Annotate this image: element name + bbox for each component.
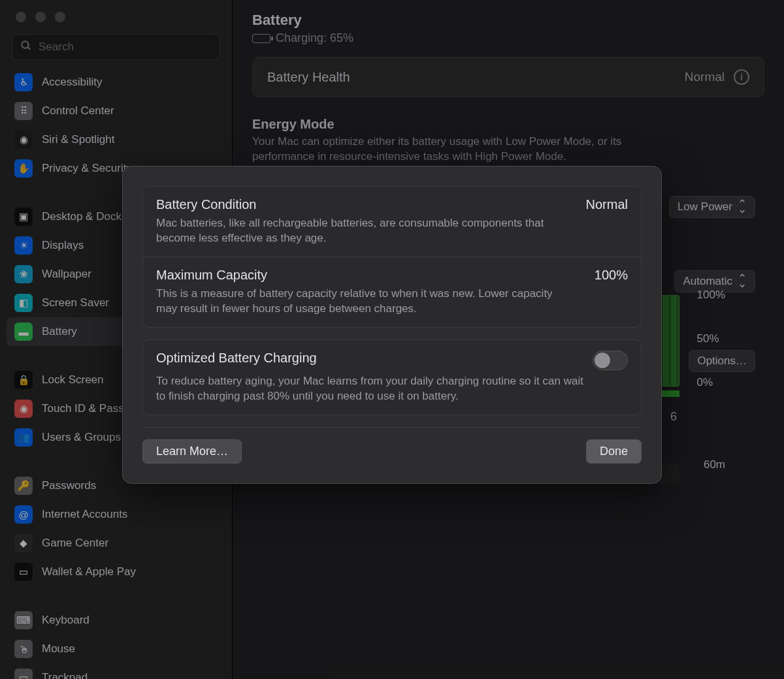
battery-condition-row: Battery Condition Normal Mac batteries, … xyxy=(143,187,641,257)
battery-condition-value: Normal xyxy=(586,197,628,212)
maximum-capacity-row: Maximum Capacity 100% This is a measure … xyxy=(143,257,641,327)
toggle-knob xyxy=(595,353,610,368)
battery-health-sheet: Battery Condition Normal Mac batteries, … xyxy=(122,166,662,484)
optimized-charging-desc: To reduce battery aging, your Mac learns… xyxy=(156,374,587,404)
battery-condition-title: Battery Condition xyxy=(156,197,256,212)
learn-more-button[interactable]: Learn More… xyxy=(142,439,242,464)
optimized-charging-toggle[interactable] xyxy=(593,351,628,370)
optimized-charging-title: Optimized Battery Charging xyxy=(156,351,317,366)
optimized-charging-row: Optimized Battery Charging To reduce bat… xyxy=(143,340,641,415)
modal-overlay: Battery Condition Normal Mac batteries, … xyxy=(0,0,784,679)
maximum-capacity-title: Maximum Capacity xyxy=(156,268,267,283)
battery-condition-desc: Mac batteries, like all rechargeable bat… xyxy=(156,216,574,246)
done-button[interactable]: Done xyxy=(586,439,642,464)
maximum-capacity-desc: This is a measure of battery capacity re… xyxy=(156,287,574,317)
maximum-capacity-value: 100% xyxy=(595,268,628,283)
